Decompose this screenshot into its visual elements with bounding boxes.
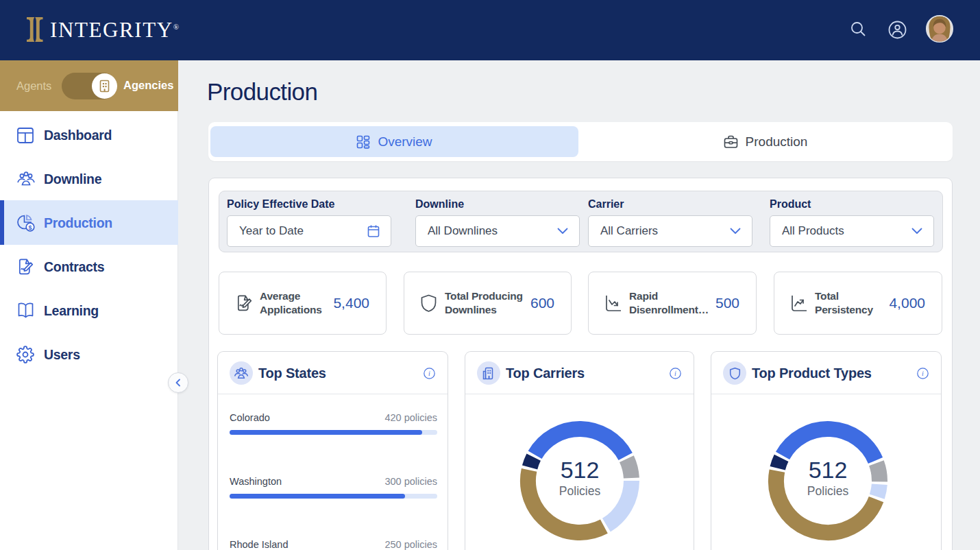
svg-text:i: i bbox=[674, 370, 676, 377]
svg-text:$: $ bbox=[28, 224, 32, 231]
svg-text:i: i bbox=[922, 370, 924, 377]
svg-text:i: i bbox=[428, 370, 430, 377]
